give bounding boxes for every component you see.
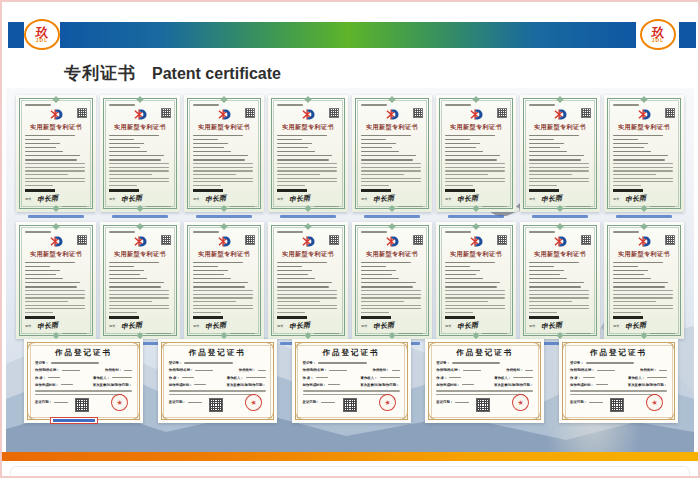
issue-date-line [62, 333, 87, 334]
text-line [445, 305, 505, 306]
green-border-frame: 实用新型专利证书 [103, 98, 177, 209]
issue-date-label: 发证日期： [35, 400, 52, 404]
text-line [445, 151, 483, 153]
green-border-frame: 实用新型专利证书 [187, 225, 261, 336]
certificate-paragraph-1 [361, 290, 423, 302]
header-bar-left-stub [8, 22, 24, 48]
text-line [361, 155, 416, 157]
text-line [25, 286, 77, 288]
work-name-row: 作品/制品名称： 作品类别： [436, 368, 533, 372]
text-line [277, 174, 320, 175]
text-line [48, 377, 60, 378]
signature-row: 局长 申长雨 [277, 194, 339, 204]
certificate-number-line [361, 231, 387, 233]
text-line [613, 266, 638, 268]
redacted-block [109, 189, 139, 192]
qr-code-icon [413, 108, 423, 118]
certificate-paragraph-1 [613, 163, 675, 175]
text-line [25, 297, 85, 298]
certificate-paragraph-1 [193, 163, 255, 175]
text-line [109, 282, 164, 284]
issue-date-line [230, 333, 255, 334]
redacted-block [25, 189, 55, 192]
patent-certificate: 实用新型专利证书 [184, 222, 264, 345]
green-border-frame: 实用新型专利证书 [523, 225, 597, 336]
text-line [529, 147, 560, 149]
commissioner-signature: 申长雨 [457, 193, 479, 205]
certificate-number-line [445, 231, 471, 233]
patent-certificate-title: 实用新型专利证书 [361, 123, 423, 132]
qr-code-icon [476, 398, 490, 412]
certificate-paragraph-2 [25, 178, 87, 186]
certificate-paragraph-2 [277, 305, 339, 313]
commissioner-signature: 申长雨 [121, 193, 143, 205]
text-line [445, 170, 505, 171]
official-seal-icon: ★ [377, 393, 397, 413]
certificate-paragraph-2 [445, 305, 507, 313]
text-line [193, 290, 253, 291]
certificate-header [613, 108, 675, 121]
commissioner-label: 局长 [277, 197, 283, 201]
reg-no-label: 登记号： [303, 361, 317, 365]
qr-code-icon [665, 235, 675, 245]
text-line [361, 151, 399, 153]
certificate-caption-box [50, 417, 98, 424]
patent-certificate-title: 实用新型专利证书 [109, 250, 171, 259]
green-border-frame: 实用新型专利证书 [355, 225, 429, 336]
redacted-block [529, 316, 559, 319]
redacted-block [109, 316, 139, 319]
seal-star: ★ [383, 398, 391, 407]
text-line [277, 282, 332, 284]
frame-ornament [136, 331, 143, 338]
cnipa-emblem-icon [301, 235, 316, 248]
frame-ornament [640, 204, 647, 211]
text-line [193, 297, 253, 298]
text-line [109, 181, 169, 182]
text-line [529, 159, 581, 161]
patent-certificate: 实用新型专利证书 [604, 222, 684, 345]
text-line [277, 274, 308, 276]
text-line [529, 174, 572, 175]
text-line [109, 270, 144, 272]
certificate-header [529, 235, 591, 248]
qr-code-icon [209, 398, 223, 412]
patent-certificate-title: 实用新型专利证书 [193, 250, 255, 259]
certificate-caption [280, 215, 336, 218]
text-line [194, 384, 206, 385]
text-line [25, 270, 60, 272]
text-line [613, 174, 656, 175]
text-line [25, 167, 85, 168]
text-line [109, 159, 161, 161]
text-line [361, 147, 392, 149]
text-line [613, 282, 668, 284]
text-line [445, 294, 505, 295]
issue-date-line [398, 206, 423, 207]
work-name-label: 作品/制品名称： [169, 368, 194, 372]
text-line [529, 170, 589, 171]
text-line [529, 294, 589, 295]
text-line [529, 163, 589, 164]
author-row: 作 者： 著作权人： [436, 376, 533, 380]
patent-certificate-paper: 实用新型专利证书 [352, 95, 432, 212]
text-line [169, 394, 256, 395]
text-line [303, 394, 390, 395]
issue-date-line [650, 206, 675, 207]
text-line [529, 262, 579, 264]
certificate-info-lines [445, 262, 507, 288]
frame-ornament [556, 331, 563, 338]
text-line [361, 178, 421, 179]
text-line [613, 143, 648, 145]
text-line [449, 377, 461, 378]
signature-row: 局长 申长雨 [529, 321, 591, 331]
gold-border-frame: 作品登记证书 登记号： 作品/制品名称： 作品类别： 作 者： [295, 342, 408, 420]
text-line [277, 294, 337, 295]
certificate-header [361, 108, 423, 121]
certificate-number-line [109, 231, 135, 233]
rights-holder-label: 著作权人： [361, 376, 378, 380]
redacted-block [193, 316, 223, 319]
qr-code-icon [665, 108, 675, 118]
green-border-frame: 实用新型专利证书 [439, 98, 513, 209]
certificate-number-line [25, 104, 51, 106]
text-line [361, 139, 386, 141]
qr-code-icon [245, 108, 255, 118]
